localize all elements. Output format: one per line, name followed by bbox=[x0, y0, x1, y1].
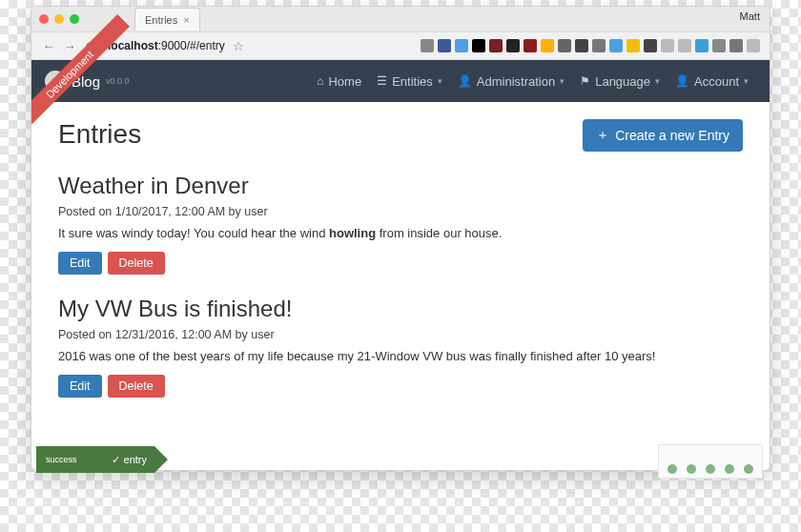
entry-body: 2016 was one of the best years of my lif… bbox=[58, 349, 743, 363]
nav-item-language[interactable]: ⚑Language▾ bbox=[572, 69, 668, 94]
window-close-icon[interactable] bbox=[39, 14, 49, 24]
create-entry-label: Create a new Entry bbox=[615, 128, 729, 143]
edit-button[interactable]: Edit bbox=[58, 252, 102, 275]
tab-title: Entries bbox=[145, 14, 177, 26]
extension-tray bbox=[421, 39, 760, 52]
extension-icon[interactable] bbox=[678, 39, 691, 52]
address-host: localhost bbox=[108, 39, 158, 52]
nav-item-label: Administration bbox=[477, 74, 555, 89]
nav-item-label: Home bbox=[328, 74, 361, 89]
graph-node-icon bbox=[725, 464, 734, 474]
bookmark-icon[interactable]: ☆ bbox=[231, 38, 246, 53]
window-zoom-icon[interactable] bbox=[70, 14, 79, 24]
os-menu-user: Matt bbox=[740, 10, 760, 22]
nav-item-account[interactable]: 👤Account▾ bbox=[668, 69, 756, 94]
delete-button[interactable]: Delete bbox=[108, 252, 165, 275]
entry-body-strong: howling bbox=[329, 226, 376, 240]
graph-node-icon bbox=[668, 464, 677, 474]
extension-icon[interactable] bbox=[455, 39, 468, 52]
extension-icon[interactable] bbox=[609, 39, 623, 52]
back-icon[interactable]: ← bbox=[41, 38, 56, 53]
nav-item-label: Language bbox=[595, 74, 650, 89]
entry-body-text: 2016 was one of the best years of my lif… bbox=[58, 349, 655, 363]
extension-icon[interactable] bbox=[626, 39, 640, 52]
status-entity: entry bbox=[124, 454, 147, 465]
chevron-down-icon: ▾ bbox=[560, 76, 565, 86]
extension-icon[interactable] bbox=[661, 39, 674, 52]
extension-icon[interactable] bbox=[506, 39, 520, 52]
status-success: success bbox=[46, 455, 77, 464]
forward-icon[interactable]: → bbox=[62, 38, 77, 53]
extension-icon[interactable] bbox=[644, 39, 657, 52]
extension-icon[interactable] bbox=[438, 39, 451, 52]
address-path: /#/entry bbox=[187, 39, 225, 52]
extension-icon[interactable] bbox=[592, 39, 606, 52]
browser-tabbar: Entries × Matt bbox=[31, 7, 770, 31]
nav-item-home[interactable]: ⌂Home bbox=[309, 69, 369, 94]
extension-icon[interactable] bbox=[747, 39, 760, 52]
account-icon: 👤 bbox=[675, 74, 689, 88]
graph-node-icon bbox=[744, 464, 753, 474]
build-status-ribbon[interactable]: 0 success ✓ entry bbox=[36, 446, 168, 473]
entry-meta: Posted on 1/10/2017, 12:00 AM by user bbox=[58, 205, 743, 218]
entry-body-text: from inside our house. bbox=[376, 226, 502, 240]
mini-graph-widget[interactable] bbox=[658, 444, 763, 479]
extension-icon[interactable] bbox=[541, 39, 554, 52]
user-icon: 👤 bbox=[458, 74, 472, 88]
address-port: :9000 bbox=[158, 39, 187, 52]
address-bar[interactable]: localhost:9000/#/entry bbox=[108, 39, 225, 52]
chevron-down-icon: ▾ bbox=[744, 76, 749, 86]
home-icon: ⌂ bbox=[317, 74, 323, 88]
extension-icon[interactable] bbox=[695, 39, 709, 52]
page-title: Entries bbox=[58, 119, 141, 150]
entry-body-text: It sure was windy today! You could hear … bbox=[58, 226, 329, 240]
extension-icon[interactable] bbox=[524, 39, 537, 52]
brand-version: v0.0.0 bbox=[106, 76, 130, 86]
graph-node-icon bbox=[687, 464, 696, 474]
chevron-down-icon: ▾ bbox=[438, 76, 442, 86]
extension-icon[interactable] bbox=[712, 39, 726, 52]
entry-title[interactable]: My VW Bus is finished! bbox=[58, 296, 743, 322]
extension-icon[interactable] bbox=[472, 39, 485, 52]
check-icon: ✓ bbox=[112, 454, 120, 466]
nav-item-label: Account bbox=[694, 74, 739, 89]
nav-item-entities[interactable]: ☰Entities▾ bbox=[369, 69, 450, 94]
nav-item-label: Entities bbox=[392, 74, 433, 89]
browser-window: Entries × Matt ← → ⟳ localhost:9000/#/en… bbox=[31, 6, 770, 471]
page-content: Entries ＋ Create a new Entry Weather in … bbox=[31, 102, 770, 407]
entry-actions: EditDelete bbox=[58, 252, 743, 275]
graph-node-icon bbox=[706, 464, 715, 474]
flag-icon: ⚑ bbox=[580, 74, 590, 88]
extension-icon[interactable] bbox=[575, 39, 588, 52]
entry: Weather in DenverPosted on 1/10/2017, 12… bbox=[58, 173, 743, 275]
browser-toolbar: ← → ⟳ localhost:9000/#/entry ☆ bbox=[31, 31, 770, 60]
extension-icon[interactable] bbox=[729, 39, 743, 52]
plus-icon: ＋ bbox=[596, 127, 609, 144]
entry-body: It sure was windy today! You could hear … bbox=[58, 226, 743, 240]
app-navbar: ☺ Blog v0.0.0 ⌂Home☰Entities▾👤Administra… bbox=[31, 60, 770, 102]
browser-tab[interactable]: Entries × bbox=[134, 8, 200, 31]
entry-meta: Posted on 12/31/2016, 12:00 AM by user bbox=[58, 328, 743, 341]
extension-icon[interactable] bbox=[421, 39, 434, 52]
tab-close-icon[interactable]: × bbox=[183, 14, 189, 26]
extension-icon[interactable] bbox=[558, 39, 571, 52]
edit-button[interactable]: Edit bbox=[58, 375, 102, 398]
create-entry-button[interactable]: ＋ Create a new Entry bbox=[583, 119, 743, 152]
delete-button[interactable]: Delete bbox=[108, 375, 165, 398]
entry: My VW Bus is finished!Posted on 12/31/20… bbox=[58, 296, 743, 398]
nav-item-administration[interactable]: 👤Administration▾ bbox=[450, 69, 572, 94]
extension-icon[interactable] bbox=[489, 39, 503, 52]
window-minimize-icon[interactable] bbox=[54, 14, 64, 24]
entry-title[interactable]: Weather in Denver bbox=[58, 173, 743, 199]
chevron-down-icon: ▾ bbox=[655, 76, 660, 86]
entry-actions: EditDelete bbox=[58, 375, 743, 398]
list-icon: ☰ bbox=[377, 74, 387, 88]
